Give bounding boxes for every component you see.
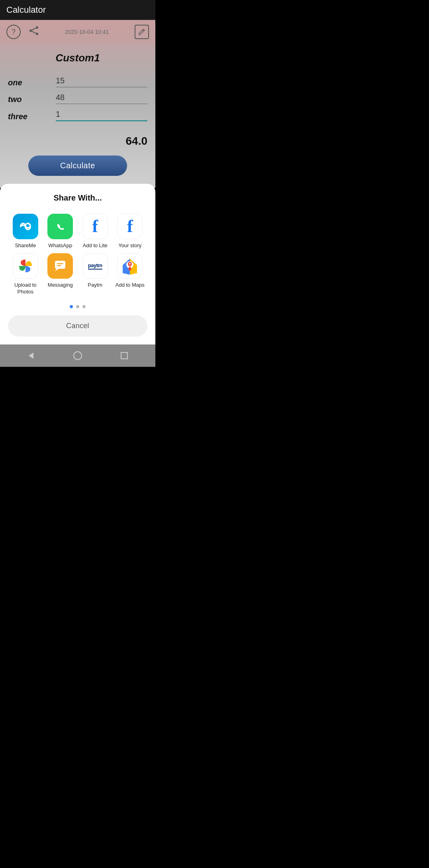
recent-button[interactable]: [118, 349, 131, 362]
field-one-value[interactable]: 15: [56, 76, 147, 87]
calculator-area: ? 2020-10-04 10:41 Custom: [0, 20, 155, 188]
share-item-paytm[interactable]: paytm Paytm: [78, 253, 113, 295]
svg-rect-19: [121, 352, 127, 359]
back-button[interactable]: [25, 349, 37, 362]
calculate-button[interactable]: Calculate: [28, 155, 127, 176]
paytm-icon: paytm: [82, 253, 108, 279]
svg-point-1: [36, 33, 38, 35]
form-title: Custom1: [0, 52, 155, 64]
messaging-icon: [47, 253, 73, 279]
share-title: Share With...: [8, 193, 147, 203]
svg-point-16: [129, 263, 131, 264]
share-grid: ShareMe WhatsApp f Add to Lite f: [8, 214, 147, 295]
toolbar-datetime: 2020-10-04 10:41: [39, 29, 135, 35]
svg-marker-8: [55, 269, 59, 271]
calc-result: 64.0: [0, 127, 155, 152]
dot-2: [76, 305, 79, 308]
edit-icon[interactable]: [135, 25, 149, 39]
field-two-label: two: [8, 95, 56, 104]
share-item-gphotos[interactable]: Upload to Photos: [8, 253, 43, 295]
gphotos-label: Upload to Photos: [8, 282, 43, 295]
share-sheet: Share With... ShareMe WhatsAp: [0, 184, 155, 344]
messaging-label: Messaging: [48, 282, 73, 289]
gmaps-icon: [117, 253, 143, 279]
svg-point-18: [74, 352, 82, 360]
fb-story-label: Your story: [118, 242, 141, 249]
calc-toolbar: ? 2020-10-04 10:41: [0, 20, 155, 44]
svg-line-5: [143, 30, 144, 31]
field-one-label: one: [8, 78, 56, 87]
app-title: Calculator: [6, 5, 46, 15]
svg-line-4: [32, 31, 36, 33]
cancel-button[interactable]: Cancel: [8, 315, 147, 337]
svg-point-2: [29, 30, 32, 32]
field-two: two 48: [0, 93, 155, 104]
field-three-label: three: [8, 112, 56, 121]
share-item-fb-lite[interactable]: f Add to Lite: [78, 214, 113, 249]
shareme-label: ShareMe: [15, 242, 36, 249]
share-item-gmaps[interactable]: Add to Maps: [113, 253, 148, 295]
share-item-shareme[interactable]: ShareMe: [8, 214, 43, 249]
help-icon[interactable]: ?: [6, 25, 21, 39]
gmaps-label: Add to Maps: [116, 282, 145, 289]
fb-story-icon: f: [117, 214, 143, 239]
share-icon[interactable]: [29, 26, 39, 37]
svg-marker-17: [29, 352, 33, 359]
field-one: one 15: [0, 76, 155, 87]
dot-3: [82, 305, 86, 308]
bottom-nav: [0, 344, 155, 367]
whatsapp-icon: [47, 214, 73, 239]
svg-line-3: [32, 28, 36, 30]
svg-point-0: [36, 26, 38, 29]
page-dots: [8, 305, 147, 308]
fb-lite-icon: f: [82, 214, 108, 239]
top-bar: Calculator: [0, 0, 155, 20]
fb-lite-label: Add to Lite: [83, 242, 108, 249]
field-two-value[interactable]: 48: [56, 93, 147, 104]
whatsapp-label: WhatsApp: [48, 242, 72, 249]
field-three-value[interactable]: 1: [56, 110, 147, 121]
svg-rect-7: [55, 261, 65, 269]
field-three: three 1: [0, 110, 155, 121]
share-item-fb-story[interactable]: f Your story: [113, 214, 148, 249]
share-item-messaging[interactable]: Messaging: [43, 253, 78, 295]
calculate-button-wrap: Calculate: [0, 155, 155, 176]
gphotos-icon: [13, 253, 38, 279]
home-button[interactable]: [71, 349, 84, 362]
svg-rect-10: [57, 265, 61, 266]
share-item-whatsapp[interactable]: WhatsApp: [43, 214, 78, 249]
svg-rect-9: [57, 263, 63, 264]
toolbar-left: ?: [6, 25, 39, 39]
dot-1: [70, 305, 73, 308]
shareme-icon: [13, 214, 38, 239]
paytm-label: Paytm: [88, 282, 102, 289]
